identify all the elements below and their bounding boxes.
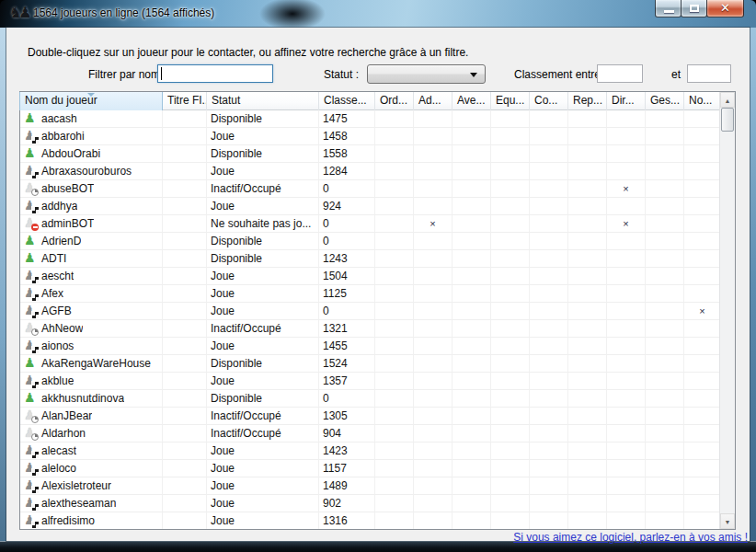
pawn-playing-icon: ♟ bbox=[23, 478, 38, 493]
promo-link[interactable]: Si vous aimez ce logiciel, parlez-en à v… bbox=[513, 531, 748, 544]
player-ges-cell bbox=[646, 373, 684, 390]
minimize-button[interactable] bbox=[655, 0, 682, 17]
player-ave-cell bbox=[452, 268, 491, 285]
player-dir-cell bbox=[607, 408, 646, 425]
player-name: adminBOT bbox=[41, 215, 94, 232]
player-ave-cell bbox=[452, 373, 491, 390]
chess-pieces-icon: ♞♟ bbox=[9, 4, 29, 21]
table-row[interactable]: ♟akkhusnutdinovaDisponible0 bbox=[20, 390, 719, 408]
table-row[interactable]: ♟AGFBJoue0× bbox=[20, 303, 719, 320]
column-header-name[interactable]: Nom du joueur bbox=[19, 92, 163, 110]
table-row[interactable]: ♟AfexJoue1125 bbox=[20, 285, 719, 303]
table-row[interactable]: ♟AldarhonInactif/Occupé904 bbox=[20, 425, 719, 443]
player-rep-cell bbox=[568, 425, 607, 443]
player-co-cell bbox=[530, 512, 568, 529]
table-row[interactable]: ♟abbarohiJoue1458 bbox=[20, 128, 719, 145]
minimize-icon bbox=[664, 10, 674, 13]
player-title-cell bbox=[163, 460, 207, 477]
column-header-ges[interactable]: Ges... bbox=[646, 92, 684, 110]
player-rep-cell bbox=[568, 320, 607, 338]
scroll-down-button[interactable]: ▼ bbox=[720, 513, 735, 529]
column-header-rep[interactable]: Rep... bbox=[568, 92, 607, 110]
player-ord-cell bbox=[375, 443, 414, 460]
status-dropdown[interactable] bbox=[367, 64, 486, 84]
vertical-scrollbar[interactable]: ▲ ▼ bbox=[719, 92, 735, 529]
table-row[interactable]: ♟adminBOTNe souhaite pas jo...0×× bbox=[20, 215, 719, 233]
player-rep-cell bbox=[568, 180, 607, 198]
table-row[interactable]: ♟alfredisimoJoue1316 bbox=[20, 512, 719, 529]
rating-min-input[interactable] bbox=[597, 64, 643, 83]
table-row[interactable]: ♟AbraxasouroburosJoue1284 bbox=[20, 163, 719, 180]
column-header-ord[interactable]: Ord... bbox=[375, 92, 414, 110]
player-rep-cell bbox=[568, 512, 607, 529]
player-equ-cell bbox=[491, 303, 530, 320]
player-name: aionos bbox=[41, 338, 74, 354]
table-row[interactable]: ♟alelocoJoue1157 bbox=[20, 460, 719, 477]
player-ord-cell bbox=[375, 180, 414, 198]
rating-max-input[interactable] bbox=[687, 64, 731, 83]
player-name-cell: ♟addhya bbox=[20, 198, 163, 215]
player-rating-cell: 1524 bbox=[319, 355, 375, 373]
player-equ-cell bbox=[491, 268, 530, 285]
player-dir-cell bbox=[607, 233, 646, 250]
player-ges-cell bbox=[646, 180, 684, 198]
column-header-ave[interactable]: Ave... bbox=[452, 92, 491, 110]
column-header-no[interactable]: No... bbox=[684, 92, 721, 110]
table-row[interactable]: ♟ADTIDisponible1243 bbox=[20, 250, 719, 268]
close-button[interactable]: ✕ bbox=[706, 0, 744, 17]
column-header-rating[interactable]: Classe... bbox=[319, 92, 375, 110]
column-header-title[interactable]: Titre FI... bbox=[163, 92, 207, 110]
titlebar[interactable]: ♞♟ 1564 joueurs en ligne (1564 affichés)… bbox=[0, 0, 756, 28]
column-header-equ[interactable]: Equ... bbox=[491, 92, 530, 110]
player-co-cell bbox=[530, 268, 568, 285]
pawn-inactive-icon: ♟ bbox=[23, 321, 38, 336]
table-row[interactable]: ♟alecastJoue1423 bbox=[20, 443, 719, 460]
player-equ-cell bbox=[491, 512, 530, 529]
player-rep-cell bbox=[568, 215, 607, 233]
player-co-cell bbox=[530, 250, 568, 268]
table-row[interactable]: ♟abuseBOTInactif/Occupé0× bbox=[20, 180, 719, 198]
player-name-cell: ♟Abraxasouroburos bbox=[20, 163, 163, 180]
player-ord-cell bbox=[375, 215, 414, 233]
table-row[interactable]: ♟AkaRengaWareHouseDisponible1524 bbox=[20, 355, 719, 373]
table-row[interactable]: ♟AdrienDDisponible0 bbox=[20, 233, 719, 250]
player-title-cell bbox=[163, 110, 207, 128]
player-dir-cell bbox=[607, 128, 646, 145]
player-ad-cell bbox=[414, 408, 452, 425]
table-row[interactable]: ♟addhyaJoue924 bbox=[20, 198, 719, 215]
column-header-ad[interactable]: Ad... bbox=[414, 92, 452, 110]
player-name: akkhusnutdinova bbox=[41, 390, 124, 407]
player-name-cell: ♟akkhusnutdinova bbox=[20, 390, 163, 408]
table-row[interactable]: ♟AhNeowInactif/Occupé1321 bbox=[20, 320, 719, 338]
player-no-cell bbox=[684, 355, 719, 373]
column-header-status[interactable]: Statut bbox=[207, 92, 319, 110]
table-row[interactable]: ♟akblueJoue1357 bbox=[20, 373, 719, 390]
table-row[interactable]: ♟aionosJoue1455 bbox=[20, 338, 719, 355]
player-ges-cell bbox=[646, 303, 684, 320]
player-status-cell: Inactif/Occupé bbox=[207, 320, 319, 338]
column-header-co[interactable]: Co... bbox=[530, 92, 568, 110]
column-header-dir[interactable]: Dir... bbox=[607, 92, 646, 110]
maximize-button[interactable] bbox=[681, 0, 707, 17]
player-co-cell bbox=[530, 180, 568, 198]
player-ges-cell bbox=[646, 512, 684, 529]
player-ges-cell bbox=[646, 110, 684, 128]
table-row[interactable]: ♟aacashDisponible1475 bbox=[20, 110, 719, 128]
scrollbar-thumb[interactable] bbox=[721, 108, 734, 132]
player-status-cell: Joue bbox=[207, 128, 319, 145]
player-name: aacash bbox=[41, 110, 77, 127]
table-row[interactable]: ♟AlanJBearInactif/Occupé1305 bbox=[20, 408, 719, 425]
player-title-cell bbox=[163, 145, 207, 163]
player-rep-cell bbox=[568, 198, 607, 215]
player-no-cell bbox=[684, 163, 719, 180]
table-row[interactable]: ♟aeschtJoue1504 bbox=[20, 268, 719, 285]
player-name-cell: ♟AGFB bbox=[20, 303, 163, 320]
scroll-up-button[interactable]: ▲ bbox=[720, 92, 735, 108]
table-row[interactable]: ♟AlexisletroteurJoue1489 bbox=[20, 477, 719, 495]
player-ges-cell bbox=[646, 198, 684, 215]
filter-name-input[interactable] bbox=[157, 64, 273, 83]
player-ord-cell bbox=[375, 373, 414, 390]
table-row[interactable]: ♟AbdouOrabiDisponible1558 bbox=[20, 145, 719, 163]
table-row[interactable]: ♟alextheseamanJoue902 bbox=[20, 495, 719, 512]
player-equ-cell bbox=[491, 145, 530, 163]
